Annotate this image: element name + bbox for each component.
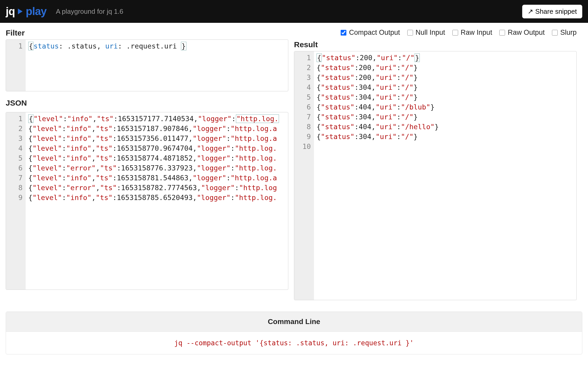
code-line: {"level":"info","ts":1653158774.4871852,…: [28, 153, 285, 163]
code-line: {"level":"info","ts":1653157177.7140534,…: [28, 114, 285, 124]
json-label: JSON: [6, 99, 288, 107]
code-line: {"level":"info","ts":1653158781.544863,"…: [28, 173, 285, 183]
option-rawinput[interactable]: Raw Input: [452, 29, 492, 37]
option-compact-label: Compact Output: [349, 29, 400, 37]
code-line: {"status":304,"uri":"/"}: [317, 112, 574, 122]
code-line: {"status":304,"uri":"/"}: [317, 92, 574, 102]
filter-editor[interactable]: 1 {status: .status, uri: .request.uri }: [6, 39, 288, 91]
code-line: {"level":"error","ts":1653158782.7774563…: [28, 183, 285, 193]
command-line-header: Command Line: [6, 312, 582, 332]
code-line: {"status":200,"uri":"/"}: [317, 63, 574, 73]
option-rawoutput-checkbox[interactable]: [499, 30, 505, 36]
filter-gutter: 1: [6, 40, 26, 91]
option-compact-checkbox[interactable]: [341, 30, 346, 36]
option-nullinput-label: Null Input: [416, 29, 445, 37]
code-line: {"level":"info","ts":1653158770.9674704,…: [28, 143, 285, 153]
code-line: {"level":"info","ts":1653157356.011477,"…: [28, 134, 285, 143]
code-line: {"status":304,"uri":"/"}: [317, 82, 574, 92]
json-gutter: 123456789: [6, 112, 26, 290]
option-nullinput-checkbox[interactable]: [407, 30, 413, 36]
navbar-left: jq play A playground for jq 1.6: [6, 5, 123, 18]
navbar: jq play A playground for jq 1.6 ↗ Share …: [0, 0, 588, 23]
json-editor[interactable]: 123456789 {"level":"info","ts":165315717…: [6, 112, 288, 290]
option-slurp-label: Slurp: [560, 29, 577, 37]
tagline: A playground for jq 1.6: [56, 8, 123, 16]
option-rawinput-checkbox[interactable]: [452, 30, 458, 36]
brand-jq-text: jq: [6, 5, 15, 18]
right-column: Compact OutputNull InputRaw InputRaw Out…: [294, 29, 577, 300]
command-line-panel: Command Line jq --compact-output '{statu…: [6, 312, 582, 354]
code-line: {"status":200,"uri":"/"}: [317, 53, 574, 63]
share-icon: ↗: [528, 8, 533, 16]
result-editor[interactable]: 12345678910 {"status":200,"uri":"/"}{"st…: [294, 51, 577, 300]
code-line: {"status":404,"uri":"/blub"}: [317, 102, 574, 112]
option-rawinput-label: Raw Input: [461, 29, 492, 37]
command-line-text: jq --compact-output '{status: .status, u…: [6, 332, 582, 354]
option-nullinput[interactable]: Null Input: [407, 29, 445, 37]
code-line: {"level":"error","ts":1653158776.337923,…: [28, 163, 285, 173]
result-gutter: 12345678910: [294, 51, 314, 300]
code-line: {"level":"info","ts":1653158785.6520493,…: [28, 193, 285, 203]
option-compact[interactable]: Compact Output: [341, 29, 400, 37]
option-rawoutput[interactable]: Raw Output: [499, 29, 545, 37]
code-line: {"status":304,"uri":"/"}: [317, 132, 574, 142]
result-label: Result: [294, 40, 577, 49]
options-row: Compact OutputNull InputRaw InputRaw Out…: [294, 29, 577, 37]
option-slurp-checkbox[interactable]: [552, 30, 558, 36]
share-label: Share snippet: [535, 8, 577, 16]
code-line: {"level":"info","ts":1653157187.907846,"…: [28, 124, 285, 134]
left-column: Filter 1 {status: .status, uri: .request…: [6, 29, 288, 300]
code-line: {"status":404,"uri":"/hello"}: [317, 122, 574, 132]
share-snippet-button[interactable]: ↗ Share snippet: [522, 5, 582, 18]
json-code[interactable]: {"level":"info","ts":1653157177.7140534,…: [26, 112, 288, 290]
main: Filter 1 {status: .status, uri: .request…: [0, 23, 588, 306]
filter-code[interactable]: {status: .status, uri: .request.uri }: [26, 40, 288, 91]
brand[interactable]: jq play: [6, 5, 46, 18]
option-rawoutput-label: Raw Output: [508, 29, 545, 37]
filter-label: Filter: [6, 29, 288, 37]
result-code: {"status":200,"uri":"/"}{"status":200,"u…: [314, 51, 576, 300]
option-slurp[interactable]: Slurp: [552, 29, 577, 37]
play-icon: [18, 9, 23, 14]
code-line: {"status":200,"uri":"/"}: [317, 73, 574, 82]
brand-play-text: play: [26, 5, 46, 18]
